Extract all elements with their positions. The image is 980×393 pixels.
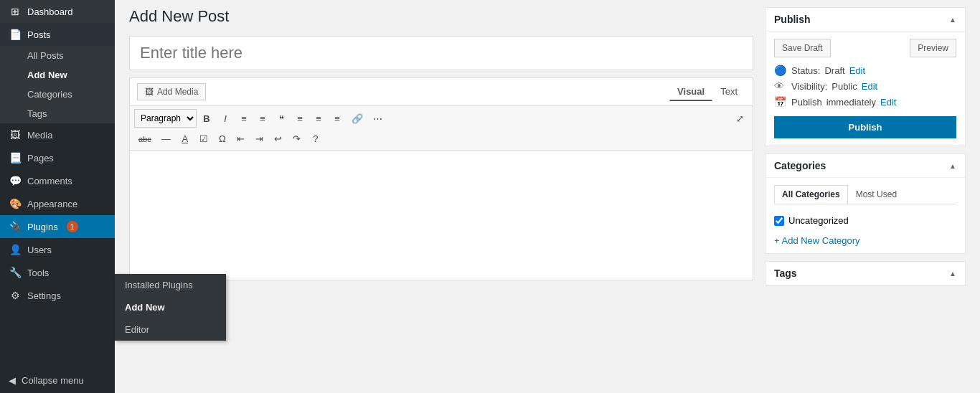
visibility-row: 👁 Visibility: Public Edit — [774, 80, 956, 92]
publish-toggle-icon[interactable]: ▲ — [949, 16, 956, 24]
post-title-input[interactable] — [129, 36, 753, 70]
tab-text[interactable]: Text — [712, 82, 745, 101]
main-content: Add New Post 🖼 Add Media Visual Text — [115, 0, 980, 393]
link-button[interactable]: 🔗 — [347, 110, 367, 127]
status-edit-link[interactable]: Edit — [849, 65, 865, 76]
toolbar-row-1: Paragraph B I ≡ ≡ ❝ ≡ ≡ ≡ 🔗 ⋯ ⤢ — [134, 109, 748, 128]
tags-panel: Tags ▲ — [765, 261, 966, 286]
sidebar-item-label: Media — [27, 130, 52, 141]
sidebar-item-appearance[interactable]: 🎨 Appearance — [0, 192, 115, 215]
category-checkbox-uncategorized[interactable] — [774, 216, 784, 226]
category-tabs: All Categories Most Used — [774, 185, 956, 204]
sidebar: ⊞ Dashboard 📄 Posts All Posts Add New Ca… — [0, 0, 115, 393]
editor-body[interactable] — [130, 151, 753, 280]
publish-panel-header: Publish ▲ — [765, 8, 965, 32]
comments-icon: 💬 — [9, 175, 22, 186]
font-color-button[interactable]: A — [176, 131, 194, 147]
plugin-submenu-editor[interactable]: Editor — [115, 318, 226, 341]
add-new-category-link[interactable]: + Add New Category — [774, 235, 956, 246]
unordered-list-button[interactable]: ≡ — [235, 110, 253, 127]
custom-chars-button[interactable]: ☑ — [195, 131, 212, 147]
status-icon: 🔵 — [774, 65, 787, 76]
publish-time-value: immediately — [826, 97, 876, 108]
undo-button[interactable]: ↩ — [270, 131, 287, 147]
publish-button[interactable]: Publish — [774, 116, 956, 138]
sidebar-subitem-add-new[interactable]: Add New — [0, 65, 115, 85]
sidebar-item-tools[interactable]: 🔧 Tools — [0, 261, 115, 284]
tab-visual[interactable]: Visual — [669, 82, 712, 101]
view-tabs: Visual Text — [669, 82, 745, 101]
add-media-icon: 🖼 — [145, 87, 154, 97]
align-left-button[interactable]: ≡ — [291, 110, 308, 127]
sidebar-item-label: Comments — [27, 176, 72, 186]
more-button[interactable]: ⋯ — [369, 110, 387, 127]
publish-time-label: Publish — [791, 97, 822, 108]
sidebar-item-label: Tools — [27, 267, 49, 278]
collapse-arrow-icon: ◀ — [9, 375, 16, 386]
sidebar-item-label: Settings — [27, 290, 61, 301]
editor-top-bar: 🖼 Add Media Visual Text — [130, 78, 753, 106]
outdent-button[interactable]: ⇤ — [232, 131, 250, 147]
category-list: Uncategorized — [774, 210, 956, 231]
sidebar-item-label: Posts — [27, 29, 51, 40]
redo-button[interactable]: ↷ — [288, 131, 306, 147]
sidebar-item-plugins[interactable]: 🔌 Plugins 1 — [0, 215, 115, 238]
editor-toolbar: Paragraph B I ≡ ≡ ❝ ≡ ≡ ≡ 🔗 ⋯ ⤢ — [130, 106, 753, 151]
align-right-button[interactable]: ≡ — [329, 110, 346, 127]
sidebar-subitem-all-posts[interactable]: All Posts — [0, 46, 115, 65]
tags-toggle-icon[interactable]: ▲ — [949, 270, 956, 278]
sidebar-item-media[interactable]: 🖼 Media — [0, 123, 115, 146]
fullscreen-button[interactable]: ⤢ — [731, 110, 748, 127]
toolbar-row-2: abc — A ☑ Ω ⇤ ⇥ ↩ ↷ ? — [134, 131, 748, 147]
publish-time-row: 📅 Publish immediately Edit — [774, 96, 956, 108]
special-chars-button[interactable]: Ω — [214, 131, 231, 147]
bold-button[interactable]: B — [198, 110, 215, 127]
plugins-badge: 1 — [67, 221, 78, 232]
paragraph-select[interactable]: Paragraph — [134, 109, 197, 128]
tab-all-categories[interactable]: All Categories — [774, 185, 848, 204]
sidebar-item-label: Users — [27, 245, 52, 255]
blockquote-button[interactable]: ❝ — [273, 110, 290, 127]
visibility-edit-link[interactable]: Edit — [862, 81, 877, 92]
publish-panel-body: Save Draft Preview 🔵 Status: Draft Edit … — [765, 32, 965, 146]
align-center-button[interactable]: ≡ — [310, 110, 327, 127]
tags-panel-title: Tags — [774, 267, 797, 279]
sidebar-item-dashboard[interactable]: ⊞ Dashboard — [0, 0, 115, 23]
status-value: Draft — [824, 65, 844, 76]
collapse-menu-label: Collapse menu — [22, 375, 84, 386]
add-media-button[interactable]: 🖼 Add Media — [137, 83, 206, 100]
category-label-uncategorized: Uncategorized — [788, 215, 849, 226]
plugin-submenu-add-new[interactable]: Add New — [115, 296, 226, 318]
ordered-list-button[interactable]: ≡ — [254, 110, 271, 127]
plugin-submenu-installed[interactable]: Installed Plugins — [115, 274, 226, 296]
categories-toggle-icon[interactable]: ▲ — [949, 162, 956, 170]
posts-submenu: All Posts Add New Categories Tags — [0, 46, 115, 123]
posts-icon: 📄 — [9, 29, 22, 40]
sidebar-item-users[interactable]: 👤 Users — [0, 238, 115, 261]
sidebar-item-posts[interactable]: 📄 Posts — [0, 23, 115, 46]
indent-button[interactable]: ⇥ — [251, 131, 268, 147]
users-icon: 👤 — [9, 244, 22, 255]
italic-button[interactable]: I — [217, 110, 234, 127]
sidebar-item-label: Appearance — [27, 199, 77, 209]
horizontal-rule-button[interactable]: — — [157, 131, 175, 147]
tools-icon: 🔧 — [9, 267, 22, 278]
dashboard-icon: ⊞ — [9, 6, 22, 17]
plugin-submenu: Installed Plugins Add New Editor — [115, 274, 226, 341]
sidebar-subitem-tags[interactable]: Tags — [0, 104, 115, 123]
preview-button[interactable]: Preview — [910, 39, 956, 57]
sidebar-subitem-categories[interactable]: Categories — [0, 85, 115, 104]
sidebar-item-comments[interactable]: 💬 Comments — [0, 169, 115, 192]
visibility-icon: 👁 — [774, 80, 787, 92]
sidebar-item-pages[interactable]: 📃 Pages — [0, 146, 115, 169]
strikethrough-button[interactable]: abc — [134, 132, 156, 146]
collapse-menu-button[interactable]: ◀ Collapse menu — [0, 368, 115, 393]
category-item-uncategorized: Uncategorized — [774, 213, 956, 228]
tab-most-used[interactable]: Most Used — [848, 185, 905, 204]
sidebar-item-label: Plugins — [27, 222, 58, 232]
help-button[interactable]: ? — [307, 131, 324, 147]
sidebar-item-settings[interactable]: ⚙ Settings — [0, 284, 115, 307]
save-draft-button[interactable]: Save Draft — [774, 39, 831, 57]
tags-panel-header: Tags ▲ — [765, 262, 965, 285]
publish-time-edit-link[interactable]: Edit — [880, 97, 896, 108]
